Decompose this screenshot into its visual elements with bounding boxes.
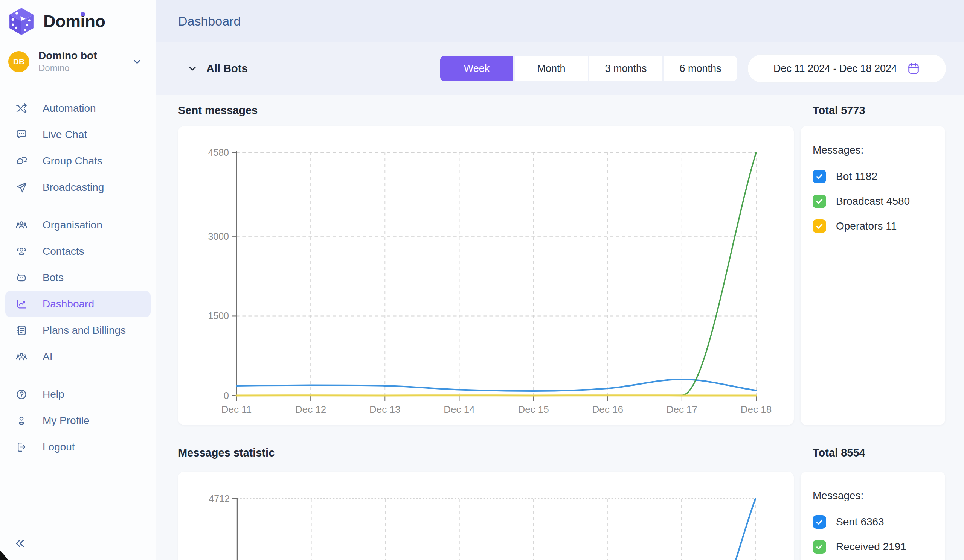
bot-profile-selector[interactable]: DB Domino bot Domino [8,50,150,73]
organisation-icon [15,219,28,231]
sidebar-item-label: Organisation [42,219,103,231]
sidebar-item-label: Live Chat [42,129,87,141]
sidebar-collapse-button[interactable] [13,537,26,551]
my-profile-icon [15,415,28,427]
sent-messages-legend: Messages: Bot 1182Broadcast 4580Operator… [801,126,945,425]
contacts-icon [15,245,28,257]
checkbox-checked[interactable] [813,195,826,208]
sidebar-item-label: Logout [42,441,75,453]
tab-month[interactable]: Month [515,56,588,81]
svg-text:Dec 16: Dec 16 [592,404,623,415]
main-area: Dashboard All Bots WeekMonth3 months6 mo… [156,0,964,560]
svg-text:0: 0 [224,390,229,401]
date-range-value: Dec 11 2024 - Dec 18 2024 [773,63,897,75]
sidebar-item-label: Group Chats [42,155,103,167]
messages-statistic-legend: Messages: Sent 6363Received 2191 [801,472,945,560]
section-title: Sent messages [178,104,794,117]
svg-text:1500: 1500 [208,310,229,321]
legend-item: Operators 11 [813,219,945,233]
sidebar-item-dashboard[interactable]: Dashboard [5,291,151,317]
svg-text:Dec 11: Dec 11 [221,404,252,415]
domino-logo-icon [8,7,35,36]
page-title: Dashboard [178,14,241,29]
tab-week[interactable]: Week [440,56,513,81]
svg-text:Dec 13: Dec 13 [370,404,400,415]
line-chart: 4712 [178,472,794,560]
section-total: Total 8554 [801,447,945,459]
broadcasting-icon [15,182,28,193]
sidebar-item-organisation[interactable]: Organisation [5,212,151,238]
legend-title: Messages: [813,144,945,156]
sidebar-item-contacts[interactable]: Contacts [5,238,151,265]
sidebar-item-label: AI [42,351,52,363]
checkbox-checked[interactable] [813,540,826,554]
group-chats-icon [15,155,28,167]
sidebar-item-label: Plans and Billings [42,325,126,336]
legend-item-label: Sent 6363 [836,516,884,528]
section-title: Messages statistic [178,447,794,459]
legend-title: Messages: [813,490,945,502]
tab-6-months[interactable]: 6 months [664,56,737,81]
legend-item: Sent 6363 [813,515,945,529]
bot-filter-dropdown[interactable]: All Bots [187,62,248,75]
svg-text:4580: 4580 [208,147,229,158]
sidebar-item-label: Help [42,388,64,401]
svg-text:Dec 17: Dec 17 [666,404,697,415]
checkbox-checked[interactable] [813,515,826,529]
legend-item-label: Received 2191 [836,541,906,553]
sidebar-item-label: Bots [42,272,64,284]
sidebar-item-my-profile[interactable]: My Profile [5,407,151,434]
svg-text:Dec 14: Dec 14 [444,404,474,415]
sidebar-item-live-chat[interactable]: Live Chat [5,122,151,148]
line-chart: Dec 11Dec 12Dec 13Dec 14Dec 15Dec 16Dec … [178,126,794,425]
legend-item: Broadcast 4580 [813,195,945,208]
bots-icon [15,272,28,284]
double-chevron-left-icon [13,537,26,551]
page-header: Dashboard [156,0,964,42]
period-tabs: WeekMonth3 months6 months [440,56,737,81]
legend-item-label: Bot 1182 [836,170,878,183]
sidebar: Domino DB Domino bot Domino AutomationLi… [0,0,156,560]
date-range-picker[interactable]: Dec 11 2024 - Dec 18 2024 [747,54,946,83]
chevron-down-icon [132,57,142,67]
live-chat-icon [15,129,28,141]
bot-filter-label: All Bots [206,62,248,75]
help-icon [15,388,28,401]
legend-item: Bot 1182 [813,170,945,183]
logout-icon [15,441,28,453]
sidebar-nav: AutomationLive ChatGroup ChatsBroadcasti… [0,95,156,460]
plans-icon [15,325,28,336]
profile-name: Domino bot [38,50,97,62]
svg-text:4712: 4712 [208,493,230,504]
sidebar-item-broadcasting[interactable]: Broadcasting [5,174,151,201]
app-logo-text: Domino [43,12,106,31]
dashboard-content: Sent messages Total 5773 Dec 11Dec 12Dec… [156,95,964,560]
legend-item-label: Broadcast 4580 [836,195,910,207]
logo-i-dot [81,12,85,16]
sidebar-item-ai[interactable]: AI [5,344,151,370]
sidebar-item-bots[interactable]: Bots [5,265,151,291]
sidebar-item-group-chats[interactable]: Group Chats [5,148,151,174]
checkbox-checked[interactable] [813,170,826,183]
sidebar-item-label: Broadcasting [42,182,104,193]
calendar-icon [907,62,920,75]
sidebar-item-label: Dashboard [42,298,94,310]
toolbar: All Bots WeekMonth3 months6 months Dec 1… [156,42,964,95]
sidebar-item-label: Contacts [42,245,84,257]
sidebar-item-plans[interactable]: Plans and Billings [5,317,151,344]
dashboard-icon [15,298,28,310]
app-logo: Domino [0,0,156,36]
sidebar-item-automation[interactable]: Automation [5,95,151,122]
messages-statistic-chart: 4712 [178,472,794,560]
chevron-down-icon [187,63,198,74]
sidebar-item-help[interactable]: Help [5,381,151,407]
svg-text:Dec 15: Dec 15 [518,404,549,415]
checkbox-checked[interactable] [813,219,826,233]
tab-3-months[interactable]: 3 months [589,56,663,81]
legend-item-label: Operators 11 [836,220,897,232]
avatar: DB [8,51,29,72]
profile-subtitle: Domino [38,63,97,73]
legend-item: Received 2191 [813,540,945,554]
ai-icon [15,351,28,363]
sidebar-item-logout[interactable]: Logout [5,434,151,460]
